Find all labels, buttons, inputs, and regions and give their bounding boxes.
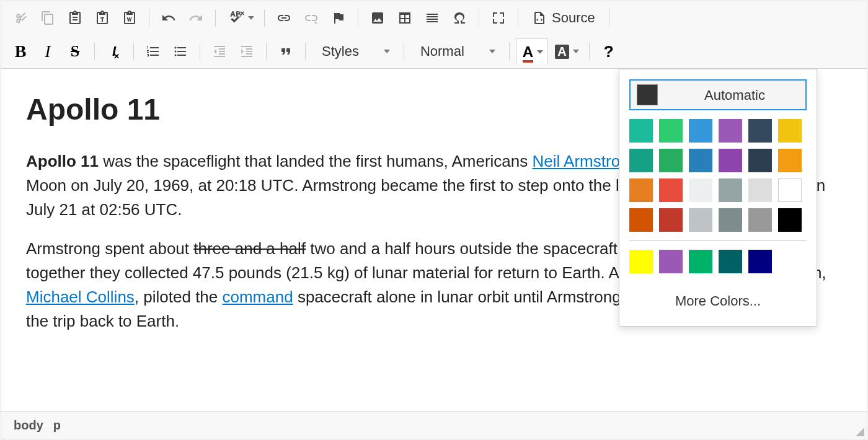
color-swatch[interactable] [689,178,712,202]
italic-button[interactable]: I [35,38,61,64]
color-swatch[interactable] [689,119,712,143]
recent-color-swatch[interactable] [719,250,742,273]
undo-icon [161,11,176,25]
cut-button[interactable] [7,5,33,31]
color-swatch[interactable] [629,208,653,232]
unlink-button[interactable] [298,5,324,31]
elements-path-p[interactable]: p [53,418,61,433]
table-button[interactable] [392,5,418,31]
image-button[interactable] [365,5,391,31]
format-combo[interactable]: Normal [410,38,503,64]
separator [149,9,149,27]
copy-button[interactable] [35,5,61,31]
color-swatch[interactable] [629,119,653,143]
color-swatch[interactable] [659,149,683,172]
color-swatch[interactable] [689,208,712,232]
resize-grip[interactable] [854,426,864,436]
maximize-icon [491,11,506,25]
recent-color-swatch[interactable] [629,250,653,273]
separator [215,9,216,27]
text-color-button[interactable]: A [516,38,547,64]
source-icon [532,11,547,25]
undo-button[interactable] [156,5,182,31]
color-swatch[interactable] [629,178,653,202]
color-swatch[interactable] [778,119,802,143]
styles-combo[interactable]: Styles [312,38,397,64]
color-swatch[interactable] [659,208,683,232]
hr-button[interactable] [419,5,445,31]
recent-color-swatch[interactable] [689,250,712,273]
toolbar-row-1: Source [1,1,867,35]
color-swatch[interactable] [778,149,802,172]
anchor-button[interactable] [326,5,352,31]
omega-icon [452,11,467,25]
auto-color-swatch [637,84,658,105]
bold-button[interactable]: B [7,38,33,64]
automatic-color-button[interactable]: Automatic [629,79,807,110]
specialchar-button[interactable] [446,5,472,31]
spellcheck-button[interactable] [222,5,258,31]
source-button[interactable]: Source [525,5,603,31]
link-button[interactable] [271,5,297,31]
panel-divider [629,240,807,241]
color-swatch[interactable] [719,119,742,143]
unlink-icon [304,11,319,25]
blockquote-button[interactable] [273,38,299,64]
editor-content[interactable]: Apollo 11 Apollo 11 was the spaceflight … [1,69,867,411]
color-swatch[interactable] [748,149,772,172]
remove-format-button[interactable]: I✕ [101,38,127,64]
spellcheck-icon [228,10,244,26]
color-swatch[interactable] [659,178,683,202]
paste-button[interactable] [62,5,88,31]
bold-text: Apollo 11 [26,152,99,170]
link-michael-collins[interactable]: Michael Collins [26,288,135,306]
redo-button[interactable] [183,5,209,31]
link-command[interactable]: command [223,288,293,306]
color-swatch[interactable] [778,208,802,232]
separator [94,43,95,60]
numbered-list-button[interactable] [140,38,166,64]
separator [358,9,358,27]
strike-text: three and a half [193,239,306,258]
help-icon: ? [604,42,614,61]
color-swatch[interactable] [689,149,712,172]
color-swatch[interactable] [748,178,772,202]
image-icon [370,11,385,25]
flag-icon [331,11,346,25]
color-swatch[interactable] [719,149,742,172]
recent-color-swatch[interactable] [659,250,683,273]
styles-label: Styles [322,43,359,59]
about-button[interactable]: ? [596,38,622,64]
color-swatch[interactable] [748,119,772,143]
separator [266,43,267,60]
indent-button[interactable] [234,38,260,64]
bg-color-button[interactable]: A [549,38,582,64]
separator [509,43,510,60]
paste-text-button[interactable] [89,5,115,31]
elements-path-body[interactable]: body [14,418,43,433]
recent-color-swatch[interactable] [748,250,772,273]
more-colors-button[interactable]: More Colors... [629,286,807,316]
color-swatch[interactable] [659,119,683,143]
strike-button[interactable]: S [62,38,88,64]
maximize-button[interactable] [485,5,512,31]
bg-color-icon: A [555,45,569,59]
color-swatch[interactable] [748,208,772,232]
cut-icon [13,11,28,25]
statusbar: body p [1,411,867,439]
toolbar: Source B I S I✕ [1,1,867,69]
bullet-list-button[interactable] [167,38,193,64]
separator [589,43,590,60]
paste-word-button[interactable] [117,5,143,31]
color-swatch[interactable] [719,208,742,232]
color-swatch[interactable] [629,149,653,172]
color-swatch[interactable] [719,178,742,202]
separator [200,43,200,60]
color-swatch[interactable] [778,178,802,202]
color-grid [629,119,807,232]
indent-icon [239,44,254,59]
bold-icon: B [15,42,27,61]
outdent-button[interactable] [206,38,232,64]
paste-icon [68,11,82,25]
copy-icon [40,11,55,25]
